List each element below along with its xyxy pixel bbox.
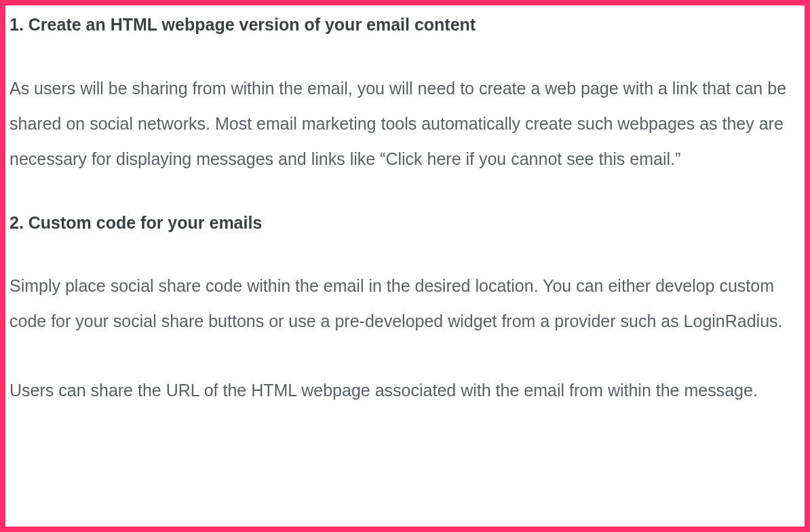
section-2-paragraph-2: Users can share the URL of the HTML webp… <box>9 373 801 408</box>
section-1-heading: 1. Create an HTML webpage version of you… <box>9 12 801 38</box>
section-1-paragraph-1: As users will be sharing from within the… <box>9 71 801 176</box>
document-container: 1. Create an HTML webpage version of you… <box>0 0 810 532</box>
section-2-heading: 2. Custom code for your emails <box>9 210 801 236</box>
section-2-paragraph-1: Simply place social share code within th… <box>9 268 801 339</box>
